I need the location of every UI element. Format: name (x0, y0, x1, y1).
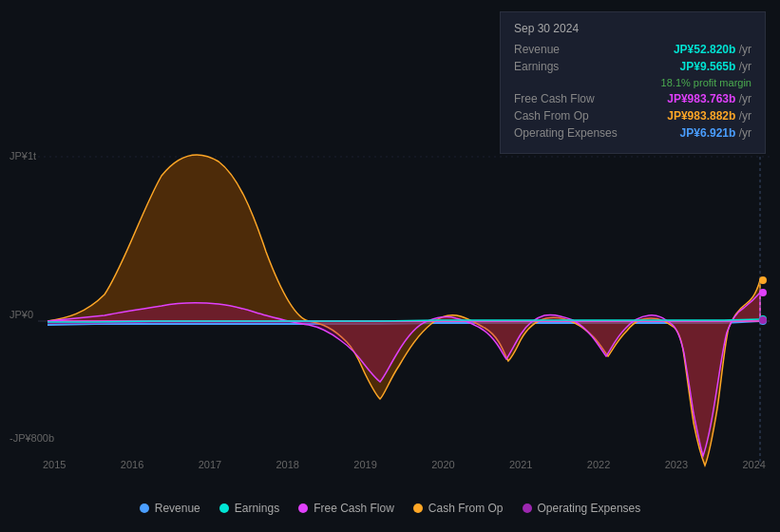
legend-item-revenue: Revenue (140, 502, 200, 515)
tooltip-label-fcf: Free Cash Flow (514, 92, 618, 105)
tooltip-card: Sep 30 2024 Revenue JP¥52.820b /yr Earni… (500, 11, 766, 154)
legend-item-cashop: Cash From Op (413, 502, 504, 515)
svg-point-6 (759, 289, 767, 296)
legend-label-fcf: Free Cash Flow (314, 502, 394, 515)
tooltip-label-opex: Operating Expenses (514, 126, 618, 140)
chart-legend: Revenue Earnings Free Cash Flow Cash Fro… (0, 502, 780, 515)
tooltip-value-fcf: JP¥983.763b (667, 92, 735, 105)
legend-dot-opex (523, 504, 532, 513)
legend-dot-revenue (140, 504, 149, 513)
x-label-2016: 2016 (121, 459, 143, 470)
x-label-2017: 2017 (199, 459, 221, 470)
legend-label-earnings: Earnings (235, 502, 279, 515)
y-axis-top: JP¥1t (10, 150, 36, 162)
y-axis-mid: JP¥0 (10, 309, 33, 320)
x-label-2024: 2024 (742, 459, 765, 470)
tooltip-row-fcf: Free Cash Flow JP¥983.763b /yr (514, 92, 751, 105)
tooltip-label-revenue: Revenue (514, 43, 618, 56)
tooltip-value-margin: 18.1% profit margin (661, 77, 751, 88)
tooltip-value-opex: JP¥6.921b (680, 126, 736, 140)
tooltip-label-earnings: Earnings (514, 60, 618, 73)
x-label-2020: 2020 (431, 459, 454, 470)
legend-label-opex: Operating Expenses (538, 502, 641, 515)
tooltip-date: Sep 30 2024 (514, 22, 751, 35)
x-axis-labels: 2015 2016 2017 2018 2019 2020 2021 2022 … (43, 459, 766, 470)
legend-item-fcf: Free Cash Flow (298, 502, 394, 515)
x-label-2023: 2023 (665, 459, 688, 470)
svg-point-7 (759, 276, 767, 284)
x-label-2015: 2015 (43, 459, 66, 470)
legend-dot-fcf (298, 504, 308, 513)
y-axis-bot: -JP¥800b (10, 432, 54, 444)
tooltip-value-earnings: JP¥9.565b (680, 60, 736, 73)
chart-container: JP¥1t JP¥0 -JP¥800b 2015 2016 2017 2018 … (0, 0, 780, 532)
legend-dot-earnings (219, 504, 229, 513)
tooltip-row-opex: Operating Expenses JP¥6.921b /yr (514, 126, 751, 140)
legend-label-revenue: Revenue (155, 502, 200, 515)
x-label-2018: 2018 (276, 459, 298, 470)
svg-point-8 (759, 316, 767, 324)
x-label-2019: 2019 (353, 459, 376, 470)
x-label-2022: 2022 (587, 459, 610, 470)
x-label-2021: 2021 (509, 459, 532, 470)
legend-item-opex: Operating Expenses (523, 502, 641, 515)
tooltip-value-revenue: JP¥52.820b (674, 43, 735, 56)
tooltip-value-cashop: JP¥983.882b (667, 109, 735, 123)
tooltip-row-revenue: Revenue JP¥52.820b /yr (514, 43, 751, 56)
legend-dot-cashop (413, 504, 423, 513)
tooltip-row-cashop: Cash From Op JP¥983.882b /yr (514, 109, 751, 123)
legend-label-cashop: Cash From Op (428, 502, 504, 515)
legend-item-earnings: Earnings (219, 502, 279, 515)
tooltip-row-margin: 18.1% profit margin (514, 77, 751, 88)
tooltip-row-earnings: Earnings JP¥9.565b /yr (514, 60, 751, 73)
tooltip-label-cashop: Cash From Op (514, 109, 618, 123)
